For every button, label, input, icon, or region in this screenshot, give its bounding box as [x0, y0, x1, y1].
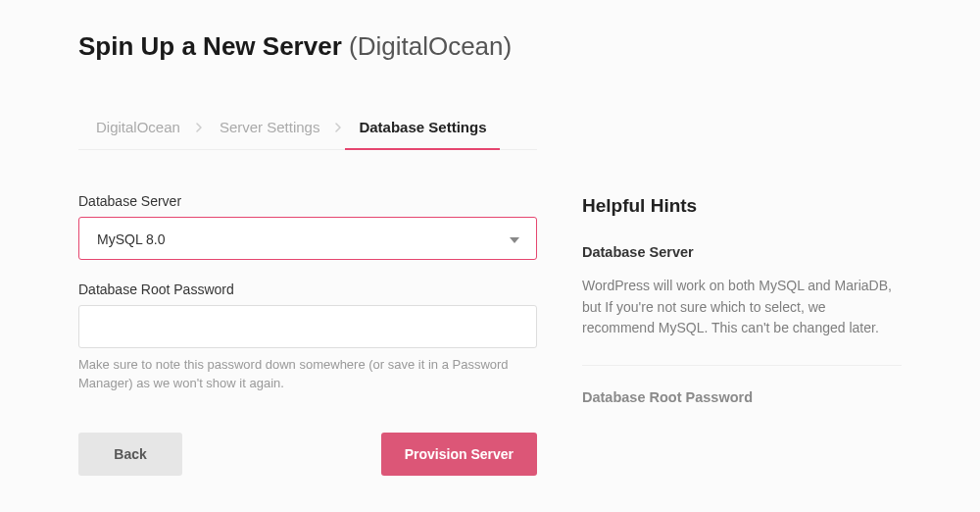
steps-tabs: DigitalOcean Server Settings Database Se…	[78, 107, 537, 150]
back-button[interactable]: Back	[78, 433, 182, 476]
page-title-main: Spin Up a New Server	[78, 31, 342, 61]
db-root-password-input[interactable]	[78, 305, 537, 348]
provision-server-button[interactable]: Provision Server	[381, 433, 537, 476]
hints-db-server-heading: Database Server	[582, 244, 902, 260]
page-title: Spin Up a New Server (DigitalOcean)	[78, 31, 902, 62]
chevron-right-icon	[333, 122, 345, 135]
db-server-value: MySQL 8.0	[78, 217, 537, 260]
page-title-provider: (DigitalOcean)	[349, 31, 512, 61]
db-root-password-helper: Make sure to note this password down som…	[78, 356, 537, 393]
hints-db-server-body: WordPress will work on both MySQL and Ma…	[582, 276, 902, 339]
db-root-password-label: Database Root Password	[78, 282, 537, 297]
hints-column: Helpful Hints Database Server WordPress …	[582, 193, 902, 476]
form-column: Database Server MySQL 8.0 Database Root …	[78, 193, 537, 476]
divider	[582, 365, 902, 366]
tab-digitalocean[interactable]: DigitalOcean	[78, 107, 194, 149]
hints-db-root-password-heading: Database Root Password	[582, 389, 902, 405]
tab-server-settings[interactable]: Server Settings	[206, 107, 334, 149]
db-server-select[interactable]: MySQL 8.0	[78, 217, 537, 260]
tab-database-settings[interactable]: Database Settings	[345, 107, 500, 149]
form-actions: Back Provision Server	[78, 433, 537, 476]
chevron-right-icon	[194, 122, 206, 135]
hints-title: Helpful Hints	[582, 195, 902, 217]
db-server-label: Database Server	[78, 193, 537, 209]
